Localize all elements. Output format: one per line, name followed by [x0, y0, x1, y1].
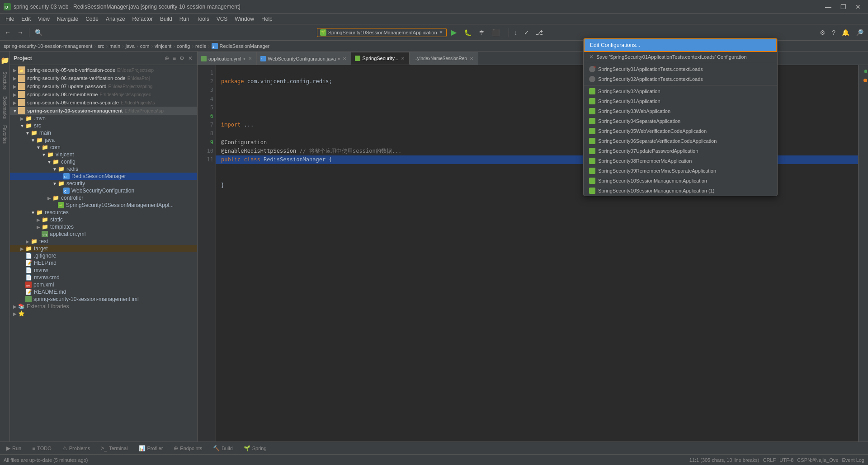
spring-tab[interactable]: 🌱 Spring [241, 444, 269, 452]
config-spring-09[interactable]: SpringSecurity09RememberMmeSeparateAppli… [584, 166, 777, 176]
maximize-button[interactable]: ❐ [837, 2, 850, 11]
config-spring-02[interactable]: SpringSecurity02Application [584, 86, 777, 96]
tab-redis-session[interactable]: SpringSecurity... ✕ [351, 52, 410, 65]
folder-static[interactable]: ▶ 📁 static [10, 216, 197, 223]
file-mvnw[interactable]: 📄 mvnw [10, 267, 197, 274]
settings-button[interactable]: ⚙ [817, 27, 828, 38]
breadcrumb-project[interactable]: spring-security-10-session-management [4, 43, 92, 49]
debug-button[interactable]: 🐛 [461, 27, 474, 38]
close-button[interactable]: ✕ [852, 2, 864, 11]
run-config-dropdown[interactable]: 🌱 SpringSecurity10SessionManagementAppli… [317, 28, 447, 37]
config-item-test2[interactable]: SpringSecurity02ApplicationTests.context… [584, 74, 777, 84]
tab-spring-close[interactable]: ✕ [400, 56, 406, 61]
config-spring-01[interactable]: SpringSecurity01Application [584, 96, 777, 106]
structure-panel-toggle[interactable]: Structure [0, 67, 9, 94]
status-crlf[interactable]: CRLF [763, 457, 776, 463]
project-05[interactable]: ▶ 📁 spring-security-05-web-verification-… [10, 66, 197, 74]
file-application-yml[interactable]: yml application.yml [10, 230, 197, 238]
breadcrumb-java[interactable]: java [126, 43, 135, 49]
folder-config[interactable]: ▼ 📁 config [10, 158, 197, 165]
edit-configurations-item[interactable]: Edit Configurations... [584, 38, 777, 52]
folder-main[interactable]: ▼ 📁 main [10, 129, 197, 136]
folder-vinjcent[interactable]: ▼ 📁 vinjcent [10, 151, 197, 158]
run-with-coverage[interactable]: ☂ [476, 27, 487, 38]
sidebar-close-btn[interactable]: ✕ [187, 54, 193, 62]
favorites-toggle[interactable]: Favorites [0, 121, 9, 148]
file-gitignore[interactable]: 📄 .gitignore [10, 252, 197, 259]
menu-file[interactable]: File [2, 15, 18, 23]
folder-security[interactable]: ▼ 📁 security [10, 180, 197, 187]
file-web-security[interactable]: C WebSecurityConfiguration [10, 187, 197, 194]
status-position[interactable]: 11:1 (305 chars, 10 line breaks) [689, 457, 760, 463]
problems-tab[interactable]: ⚠ Problems [60, 444, 93, 452]
sidebar-locate-btn[interactable]: ⊕ [164, 54, 170, 62]
menu-run[interactable]: Run [176, 15, 193, 23]
file-redis-session-manager[interactable]: C RedisSessionManager [10, 173, 197, 180]
breadcrumb-redis[interactable]: redis [195, 43, 206, 49]
file-spring-app[interactable]: 🌱 SpringSecurity10SessionManagementAppl.… [10, 202, 197, 209]
tab-wsc-close[interactable]: ✕ [342, 56, 347, 61]
folder-templates[interactable]: ▶ 📁 templates [10, 223, 197, 230]
menu-help[interactable]: Help [258, 15, 276, 23]
run-button[interactable]: ▶ [448, 26, 459, 38]
minimize-button[interactable]: — [821, 2, 835, 11]
folder-resources[interactable]: ▼ 📁 resources [10, 209, 197, 216]
notification-button[interactable]: 🔔 [839, 27, 852, 38]
vcs-update[interactable]: ↓ [512, 27, 520, 38]
menu-refactor[interactable]: Refactor [129, 15, 156, 23]
folder-java[interactable]: ▼ 📁 java [10, 136, 197, 144]
file-iml[interactable]: spring-security-10-session-management.im… [10, 296, 197, 303]
tab-session-repo[interactable]: ...yIndexNameSessionRep ✕ [410, 52, 478, 65]
menu-view[interactable]: View [34, 15, 53, 23]
external-libraries[interactable]: ▶ 📚 External Libraries [10, 303, 197, 310]
menu-navigate[interactable]: Navigate [53, 15, 82, 23]
config-spring-07[interactable]: SpringSecurity07UpdatePasswordApplicatio… [584, 146, 777, 156]
todo-tab[interactable]: ≡ TODO [29, 444, 54, 452]
menu-code[interactable]: Code [82, 15, 102, 23]
config-spring-06[interactable]: SpringSecurity06SeparateVerificationCode… [584, 136, 777, 146]
file-help-md[interactable]: 📝 HELP.md [10, 259, 197, 267]
vcs-commit[interactable]: ✓ [521, 27, 532, 38]
project-06[interactable]: ▶ spring-security-06-separate-verificati… [10, 74, 197, 82]
menu-vcs[interactable]: VCS [213, 15, 231, 23]
breadcrumb-config[interactable]: config [177, 43, 190, 49]
breadcrumb-file[interactable]: J RedisSessionManager [212, 43, 270, 49]
project-panel-toggle[interactable]: 📁 [0, 53, 9, 67]
tab-yml-close[interactable]: ✕ [247, 56, 253, 61]
status-message[interactable]: All files are up-to-date (5 minutes ago) [4, 457, 88, 463]
menu-build[interactable]: Build [156, 15, 176, 23]
vcs-history[interactable]: ⎇ [533, 27, 546, 38]
config-spring-10-1[interactable]: SpringSecurity10SessionManagementApplica… [584, 186, 777, 196]
status-event-log[interactable]: Event Log [842, 457, 864, 463]
folder-com[interactable]: ▼ 📁 com [10, 144, 197, 151]
menu-tools[interactable]: Tools [193, 15, 213, 23]
run-tab[interactable]: ▶ Run [4, 444, 24, 452]
file-readme[interactable]: 📝 README.md [10, 288, 197, 296]
config-spring-05[interactable]: SpringSecurity05WebVerificationCodeAppli… [584, 126, 777, 136]
terminal-tab[interactable]: >_ Terminal [98, 444, 130, 452]
config-item-test1[interactable]: ✕ SpringSecurity01ApplicationTests.conte… [584, 64, 777, 74]
menu-window[interactable]: Window [231, 15, 258, 23]
build-tab[interactable]: 🔨 Build [210, 444, 235, 452]
breadcrumb-com[interactable]: com [140, 43, 150, 49]
tab-web-security[interactable]: J WebSecurityConfiguration.java ● ✕ [257, 52, 351, 65]
project-08[interactable]: ▶ spring-security-08-rememberme E:\IdeaP… [10, 90, 197, 99]
scratches-and-consoles[interactable]: ▶ ⭐ [10, 310, 197, 317]
folder-test[interactable]: ▶ 📁 test [10, 238, 197, 245]
menu-edit[interactable]: Edit [18, 15, 34, 23]
search-everywhere-btn[interactable]: 🔎 [853, 27, 866, 38]
save-config-item[interactable]: ✕ Save 'SpringSecurity01ApplicationTests… [584, 52, 777, 62]
project-07[interactable]: ▶ spring-security-07-update-password E:\… [10, 82, 197, 90]
config-spring-08[interactable]: SpringSecurity08RememberMeApplication [584, 156, 777, 166]
breadcrumb-main[interactable]: main [109, 43, 120, 49]
toolbar-search-everywhere[interactable]: 🔍 [32, 27, 45, 38]
toolbar-undo[interactable]: ← [2, 27, 14, 38]
bookmarks-toggle[interactable]: Bookmarks [0, 94, 9, 121]
config-spring-10[interactable]: SpringSecurity10SessionManagementApplica… [584, 176, 777, 186]
menu-analyze[interactable]: Analyze [102, 15, 129, 23]
status-charset[interactable]: UTF-8 [779, 457, 793, 463]
file-mvnw-cmd[interactable]: 📄 mvnw.cmd [10, 274, 197, 281]
config-spring-03[interactable]: SpringSecurity03WebApplication [584, 106, 777, 116]
folder-target[interactable]: ▶ 📁 target [10, 245, 197, 252]
folder-mvn[interactable]: ▶ 📁 .mvn [10, 115, 197, 122]
